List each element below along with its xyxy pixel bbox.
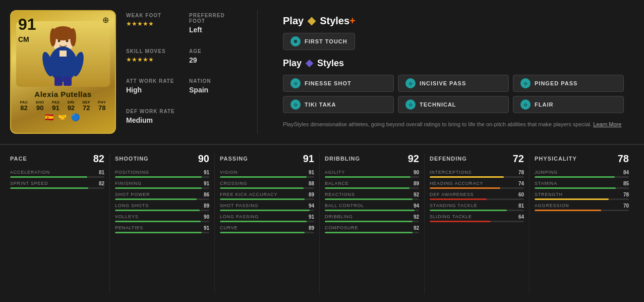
stat-row-header: LONG PASSING91	[220, 214, 314, 220]
stat-row: SLIDING TACKLE64	[430, 214, 524, 222]
stat-row-header: REACTIONS92	[325, 192, 419, 197]
stat-row-header: VOLLEYS90	[115, 214, 209, 220]
playstyles-title-text2: Styles	[317, 58, 344, 69]
stat-row-header: POSITIONING91	[115, 170, 209, 175]
stat-row-header: HEADING ACCURACY74	[430, 181, 524, 186]
stat-row: BALL CONTROL94	[325, 203, 419, 211]
stat-bar-fill	[220, 232, 305, 233]
stat-bar-fill	[325, 187, 409, 189]
stat-num: 78	[518, 170, 524, 175]
stat-bar-fill	[325, 176, 411, 178]
stat-name: AGGRESSION	[535, 203, 569, 208]
playstyle-plus-row: ⊕ FIRST TOUCH	[283, 33, 624, 50]
info-att-work-rate: ATT WORK RATE High	[126, 78, 179, 104]
category-header-physicality: PHYSICALITY78	[535, 153, 629, 165]
stat-row: VISION91	[220, 170, 314, 178]
stat-bar	[535, 198, 629, 200]
stat-bar	[220, 221, 314, 222]
stat-bar	[220, 232, 314, 233]
stat-category-physicality: PHYSICALITY78JUMPING84STAMINA85STRENGTH7…	[530, 153, 634, 294]
stat-row-header: SHOT PASSING94	[220, 203, 314, 209]
flag-club: 🔵	[71, 114, 81, 121]
stat-bar-fill	[325, 232, 413, 233]
stat-name: JUMPING	[535, 170, 558, 175]
info-preferred-foot-label: PREFERRED FOOT	[189, 13, 242, 24]
finesse-shot-label: FINESSE SHOT	[305, 80, 352, 86]
stat-row: HEADING ACCURACY74	[430, 181, 524, 189]
stat-row-header: STANDING TACKLE81	[430, 203, 524, 209]
stat-row-header: DRIBBLING92	[325, 214, 419, 220]
stat-bar-fill	[535, 176, 615, 178]
stat-row-header: VISION91	[220, 170, 314, 175]
stat-row: BALANCE89	[325, 181, 419, 189]
stat-bar	[115, 232, 209, 233]
stat-bar	[535, 176, 629, 178]
player-name-area: Alexia Putellas	[16, 90, 110, 98]
stat-name: AGILITY	[325, 170, 345, 175]
stat-row: AGGRESSION70	[535, 203, 629, 211]
stat-bar-fill	[325, 221, 413, 222]
stat-row: REACTIONS92	[325, 192, 419, 200]
stat-bar	[115, 198, 209, 200]
stat-row: COMPOSURE92	[325, 225, 419, 233]
stat-bar	[10, 187, 104, 189]
flag-spain: 🇪🇸	[45, 114, 55, 121]
stat-num: 89	[309, 225, 314, 231]
stat-bar	[115, 210, 209, 211]
info-weak-foot-stars: ★★★★★	[126, 20, 179, 27]
stat-name: POSITIONING	[115, 170, 149, 175]
stat-bar-fill	[325, 198, 413, 200]
stat-row-header: AGILITY90	[325, 170, 419, 175]
stat-row-header: FREE KICK ACCURACY89	[220, 192, 314, 197]
category-value-shooting: 90	[198, 153, 209, 165]
technical-icon: ◇	[405, 99, 416, 110]
stat-num: 84	[623, 170, 629, 175]
stat-name: SHOT POWER	[115, 192, 150, 197]
info-skill-moves-stars: ★★★★★	[126, 56, 179, 63]
stat-name: CROSSING	[220, 181, 247, 186]
info-nation-value: Spain	[189, 86, 242, 94]
stat-row: PENALTIES91	[115, 225, 209, 233]
stat-bar	[115, 176, 209, 178]
stat-bar-fill	[115, 232, 202, 233]
stat-row: DEF AWARENESS60	[430, 192, 524, 200]
playstyles-plus-header: Play Styles+	[283, 15, 624, 27]
stat-item-def: DEF 72	[82, 100, 90, 112]
category-value-physicality: 78	[618, 153, 629, 165]
stat-row-header: FINISHING91	[115, 181, 209, 186]
stat-item-pac: PAC 82	[20, 100, 28, 112]
stat-num: 74	[518, 181, 524, 186]
stat-name: BALL CONTROL	[325, 203, 364, 208]
stat-row-header: PENALTIES91	[115, 225, 209, 231]
stat-label-pas: PAS	[52, 100, 60, 104]
stat-num: 90	[204, 214, 209, 220]
stat-row: INTERCEPTIONS78	[430, 170, 524, 178]
stat-value-def: 72	[83, 104, 90, 112]
category-name-shooting: SHOOTING	[115, 156, 149, 162]
description-text: PlayStyles dimensionalise athletes, goin…	[283, 121, 592, 127]
stat-num: 89	[309, 192, 314, 197]
vertical-divider	[257, 10, 258, 134]
learn-more-link[interactable]: Learn More	[593, 121, 621, 127]
stat-row-header: CROSSING88	[220, 181, 314, 186]
flair-label: FLAIR	[535, 102, 553, 108]
playstyles-section: Play Styles+ ⊕ FIRST TOUCH Play Styles	[273, 10, 634, 134]
stat-name: HEADING ACCURACY	[430, 181, 483, 186]
stat-name: COMPOSURE	[325, 225, 358, 230]
stat-row: VOLLEYS90	[115, 214, 209, 222]
stat-bar-fill	[115, 221, 201, 222]
stat-num: 91	[204, 225, 209, 231]
stat-label-pac: PAC	[20, 100, 28, 104]
incisive-pass-icon: ◇	[405, 78, 416, 88]
stat-row: LONG PASSING91	[220, 214, 314, 222]
stat-row: STAMINA85	[535, 181, 629, 189]
info-def-work-rate-label: DEF WORK RATE	[126, 109, 179, 114]
info-age-label: AGE	[189, 48, 242, 54]
stat-bar	[325, 198, 419, 200]
stat-label-sho: SHO	[36, 100, 44, 104]
stat-row-header: SPRINT SPEED82	[10, 181, 104, 186]
stat-num: 82	[99, 181, 104, 186]
stat-row-header: STRENGTH78	[535, 192, 629, 197]
player-card: 91 CM ⊕	[10, 10, 116, 134]
stat-num: 92	[414, 225, 419, 231]
